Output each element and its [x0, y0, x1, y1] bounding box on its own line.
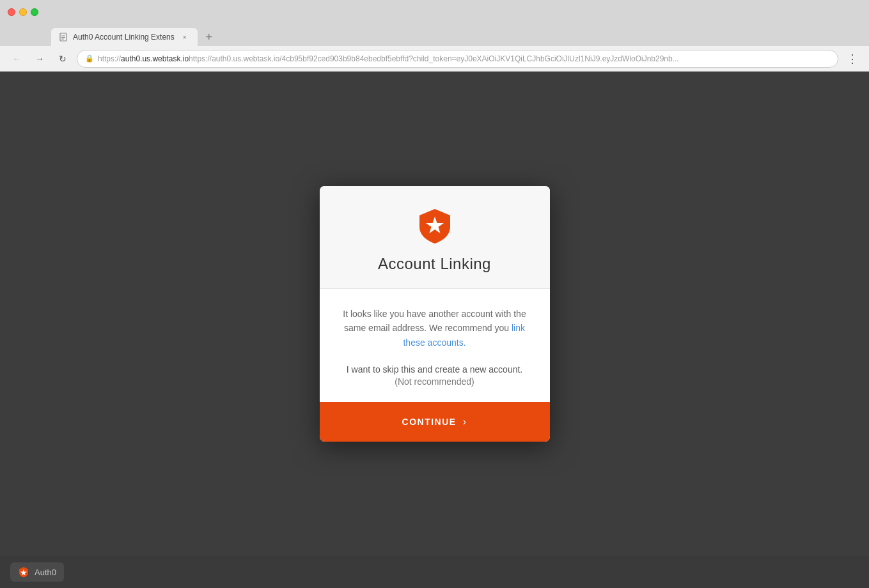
description-text-part1: It looks like you have another account w… — [343, 309, 526, 333]
lock-icon: 🔒 — [85, 54, 94, 63]
bottom-bar: Auth0 — [0, 556, 869, 588]
auth0-badge-label: Auth0 — [35, 568, 56, 577]
maximize-window-button[interactable] — [31, 8, 38, 16]
account-linking-card: Account Linking It looks like you have a… — [320, 186, 550, 442]
forward-button[interactable]: → — [31, 50, 49, 68]
card-footer: CONTINUE › — [320, 402, 550, 442]
tab-page-icon — [59, 33, 68, 42]
not-recommended-text: (Not recommended) — [340, 376, 529, 387]
card-header: Account Linking — [320, 186, 550, 289]
nav-bar: ← → ↻ 🔒 https://auth0.us.webtask.iohttps… — [0, 46, 869, 72]
continue-label: CONTINUE — [402, 417, 457, 427]
auth0-logo — [416, 206, 454, 245]
page-content: Account Linking It looks like you have a… — [0, 72, 869, 556]
back-button[interactable]: ← — [8, 50, 26, 68]
tab-title: Auth0 Account Linking Extens — [73, 33, 175, 42]
address-bar[interactable]: 🔒 https://auth0.us.webtask.iohttps://aut… — [77, 50, 838, 68]
tab-bar: Auth0 Account Linking Extens × + — [0, 24, 869, 46]
auth0-badge: Auth0 — [10, 562, 64, 582]
new-tab-button[interactable]: + — [200, 28, 218, 46]
continue-button[interactable]: CONTINUE › — [320, 402, 550, 442]
card-title: Account Linking — [335, 255, 535, 273]
address-text: https://auth0.us.webtask.iohttps://auth0… — [98, 54, 830, 63]
active-tab[interactable]: Auth0 Account Linking Extens × — [51, 28, 198, 46]
skip-text: I want to skip this and create a new acc… — [340, 362, 529, 376]
close-window-button[interactable] — [8, 8, 15, 16]
description-paragraph: It looks like you have another account w… — [340, 307, 529, 350]
browser-chrome: Auth0 Account Linking Extens × + ← → ↻ 🔒… — [0, 0, 869, 72]
auth0-badge-icon — [18, 566, 29, 578]
tab-close-button[interactable]: × — [180, 32, 190, 42]
minimize-window-button[interactable] — [19, 8, 27, 16]
title-bar — [0, 0, 869, 24]
reload-button[interactable]: ↻ — [54, 50, 72, 68]
chevron-right-icon: › — [463, 416, 467, 428]
card-body: It looks like you have another account w… — [320, 289, 550, 403]
browser-menu-button[interactable]: ⋮ — [843, 50, 861, 68]
traffic-lights — [8, 8, 38, 16]
